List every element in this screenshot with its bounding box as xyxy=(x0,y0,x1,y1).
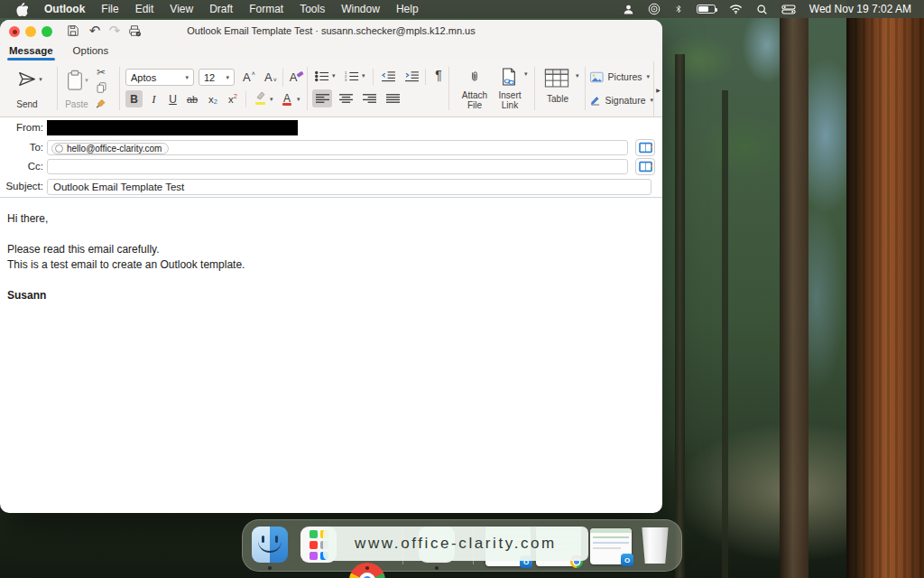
format-painter-icon[interactable] xyxy=(93,96,109,110)
align-right-button[interactable] xyxy=(359,89,379,107)
to-address-book-button[interactable] xyxy=(635,139,655,156)
body-line xyxy=(7,273,653,288)
strikethrough-letters: ab xyxy=(187,94,198,105)
justify-button[interactable] xyxy=(383,89,402,107)
chevron-down-icon[interactable]: ▾ xyxy=(332,72,336,79)
align-center-button[interactable] xyxy=(336,89,356,107)
dock-finder-icon[interactable] xyxy=(252,527,288,563)
decrease-indent-button[interactable] xyxy=(378,68,398,84)
tab-message[interactable]: Message xyxy=(9,42,53,61)
contact-avatar-icon xyxy=(55,144,63,153)
insert-link-button[interactable] xyxy=(495,65,522,89)
menu-edit[interactable]: Edit xyxy=(135,3,154,15)
underline-button[interactable]: U xyxy=(164,90,181,107)
subject-input[interactable]: Outlook Email Template Test xyxy=(47,179,651,195)
menu-window[interactable]: Window xyxy=(341,3,380,15)
link-document-icon xyxy=(501,67,517,87)
running-indicator xyxy=(435,566,439,570)
bluetooth-icon[interactable] xyxy=(674,3,683,15)
subscript-button[interactable]: x2 xyxy=(204,90,222,107)
strikethrough-button[interactable]: ab xyxy=(182,90,202,107)
wifi-icon[interactable] xyxy=(729,4,743,14)
paste-button[interactable]: ▾ xyxy=(61,67,92,94)
paperclip-icon xyxy=(468,67,481,87)
minimized-outlook-window[interactable]: O xyxy=(590,528,632,564)
watermark-banner: www.office-clarity.com xyxy=(323,527,588,561)
align-left-button[interactable] xyxy=(312,89,332,107)
chevron-down-icon[interactable]: ▾ xyxy=(297,96,300,103)
chevron-down-icon[interactable]: ▾ xyxy=(576,72,579,79)
cc-input[interactable] xyxy=(47,159,628,174)
apple-icon[interactable] xyxy=(16,3,28,16)
pilcrow-mark: ¶ xyxy=(435,68,442,82)
chevron-down-icon: ▾ xyxy=(85,77,88,84)
from-value-redacted[interactable] xyxy=(47,120,298,135)
ribbon: ▾ Send ▾ Paste ✂ Aptos ▾ xyxy=(0,61,662,117)
font-size-value: 12 xyxy=(204,72,215,83)
paste-label: Paste xyxy=(58,99,96,109)
italic-button[interactable]: I xyxy=(145,90,162,107)
menu-help[interactable]: Help xyxy=(396,3,419,15)
address-book-icon xyxy=(638,161,653,172)
recipient-chip[interactable]: hello@office-clarity.com xyxy=(51,143,169,154)
body-line: Hi there, xyxy=(7,211,653,227)
superscript-mark: 2 xyxy=(234,92,237,100)
menu-outlook[interactable]: Outlook xyxy=(44,3,85,15)
body-line: This is a test email to create an Outloo… xyxy=(7,257,653,273)
font-color-button[interactable]: A xyxy=(278,90,296,107)
pictures-icon xyxy=(590,71,604,83)
increase-indent-button[interactable] xyxy=(402,68,421,84)
menu-file[interactable]: File xyxy=(101,3,118,15)
screen-mirroring-icon[interactable] xyxy=(648,3,661,15)
menu-view[interactable]: View xyxy=(170,3,193,15)
numbering-button[interactable]: 123 xyxy=(343,68,361,84)
dock-trash-icon[interactable] xyxy=(640,527,670,564)
send-button[interactable]: ▾ xyxy=(9,67,49,92)
cut-icon[interactable]: ✂ xyxy=(93,65,109,79)
chevron-down-icon[interactable]: ▾ xyxy=(270,96,273,103)
address-fields: From: To: hello@office-clarity.com Cc: S… xyxy=(0,117,662,198)
grow-font-button[interactable]: A˄ xyxy=(240,68,258,86)
clear-formatting-button[interactable]: A xyxy=(287,68,307,86)
bold-button[interactable]: B xyxy=(125,90,143,107)
font-name-select[interactable]: Aptos ▾ xyxy=(125,69,194,86)
chevron-down-icon[interactable]: ▾ xyxy=(524,70,528,78)
menu-tools[interactable]: Tools xyxy=(300,3,325,15)
bold-letter: B xyxy=(130,93,138,106)
user-icon[interactable] xyxy=(623,4,634,15)
table-icon xyxy=(544,69,569,88)
tab-options[interactable]: Options xyxy=(73,42,109,61)
superscript-button[interactable]: x2 xyxy=(224,90,242,107)
battery-icon[interactable] xyxy=(697,5,716,14)
ribbon-overflow-button[interactable]: ▶ xyxy=(654,83,662,96)
wallpaper-tree-trunk xyxy=(722,90,728,578)
pictures-button[interactable]: Pictures ▾ xyxy=(590,68,650,86)
cc-label: Cc: xyxy=(0,161,43,172)
control-center-icon[interactable] xyxy=(781,5,796,14)
paste-icon xyxy=(65,70,85,91)
shrink-font-button[interactable]: A˅ xyxy=(262,68,280,86)
font-name-value: Aptos xyxy=(131,72,156,83)
attach-file-button[interactable] xyxy=(457,65,492,89)
table-button[interactable] xyxy=(541,67,572,89)
shrink-font-letter: A xyxy=(264,70,273,84)
dock-chrome-icon[interactable] xyxy=(349,563,385,578)
cc-address-book-button[interactable] xyxy=(635,158,655,175)
message-body[interactable]: Hi there, Please read this email careful… xyxy=(7,211,653,303)
menu-format[interactable]: Format xyxy=(249,3,283,15)
bullets-button[interactable] xyxy=(313,68,331,84)
font-size-select[interactable]: 12 ▾ xyxy=(199,69,235,86)
subject-label: Subject: xyxy=(0,181,43,191)
signature-button[interactable]: Signature ▾ xyxy=(590,91,653,109)
highlight-button[interactable] xyxy=(250,90,270,107)
fields-divider xyxy=(0,197,662,198)
to-input[interactable]: hello@office-clarity.com xyxy=(47,140,628,155)
chevron-down-icon[interactable]: ▾ xyxy=(362,72,365,79)
menu-draft[interactable]: Draft xyxy=(209,3,233,15)
copy-icon[interactable] xyxy=(93,80,109,95)
search-icon[interactable] xyxy=(756,4,768,15)
outlook-badge-icon: O xyxy=(621,554,633,566)
address-book-icon xyxy=(638,142,653,154)
menu-clock[interactable]: Wed Nov 19 7:02 AM xyxy=(809,3,911,15)
pilcrow-button[interactable]: ¶ xyxy=(430,66,448,84)
